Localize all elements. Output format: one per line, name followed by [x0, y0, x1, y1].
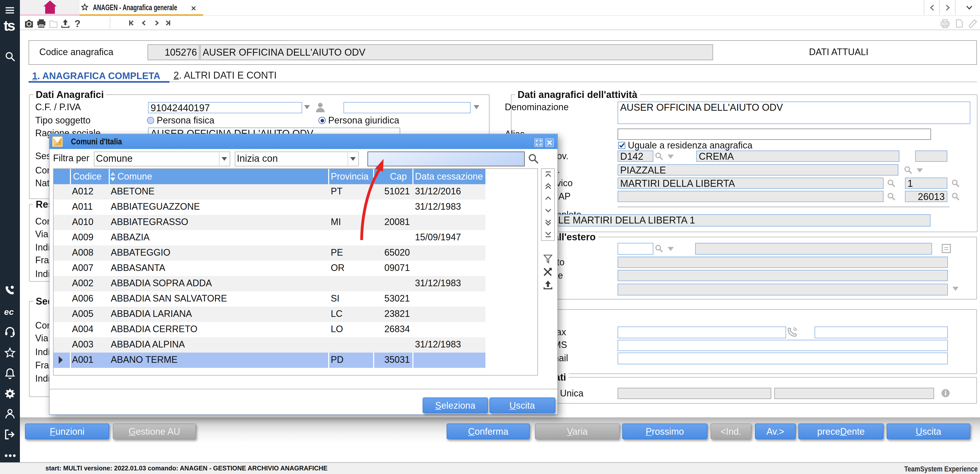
svg-text:PDF: PDF [942, 22, 948, 26]
